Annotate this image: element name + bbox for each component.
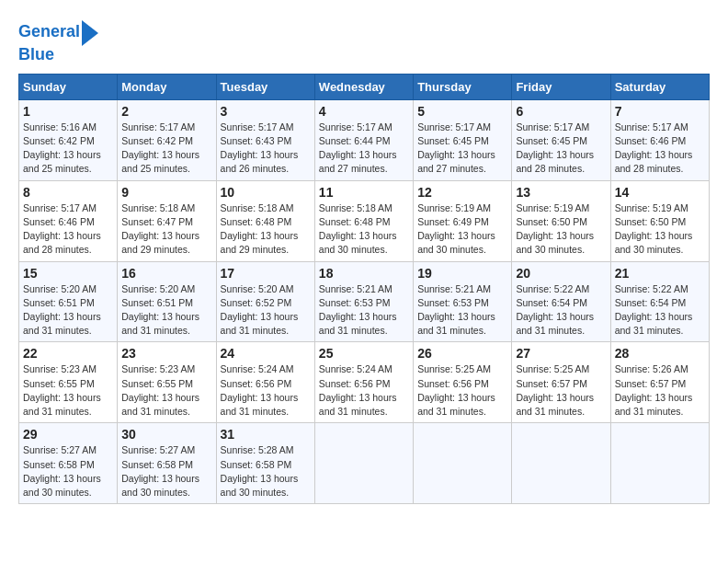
week-row-1: 1Sunrise: 5:16 AM Sunset: 6:42 PM Daylig…	[19, 99, 710, 180]
column-header-tuesday: Tuesday	[216, 74, 314, 99]
day-number: 21	[615, 266, 705, 281]
day-info: Sunrise: 5:27 AM Sunset: 6:58 PM Dayligh…	[23, 443, 113, 500]
day-info: Sunrise: 5:22 AM Sunset: 6:54 PM Dayligh…	[615, 282, 705, 339]
column-header-monday: Monday	[118, 74, 216, 99]
column-header-sunday: Sunday	[19, 74, 118, 99]
logo-arrow-icon	[82, 20, 98, 46]
day-cell	[414, 423, 512, 504]
calendar-header-row: SundayMondayTuesdayWednesdayThursdayFrid…	[19, 74, 710, 99]
day-info: Sunrise: 5:19 AM Sunset: 6:50 PM Dayligh…	[615, 201, 705, 258]
day-cell: 12Sunrise: 5:19 AM Sunset: 6:49 PM Dayli…	[414, 180, 512, 261]
day-cell: 28Sunrise: 5:26 AM Sunset: 6:57 PM Dayli…	[610, 342, 709, 423]
day-number: 1	[23, 104, 113, 119]
day-info: Sunrise: 5:26 AM Sunset: 6:57 PM Dayligh…	[615, 362, 705, 419]
day-info: Sunrise: 5:17 AM Sunset: 6:43 PM Dayligh…	[221, 121, 311, 177]
column-header-thursday: Thursday	[414, 74, 512, 99]
day-cell	[512, 423, 610, 504]
day-number: 31	[221, 427, 311, 442]
week-row-2: 8Sunrise: 5:17 AM Sunset: 6:46 PM Daylig…	[19, 180, 710, 261]
day-info: Sunrise: 5:22 AM Sunset: 6:54 PM Dayligh…	[516, 282, 606, 339]
week-row-3: 15Sunrise: 5:20 AM Sunset: 6:51 PM Dayli…	[19, 261, 710, 342]
day-info: Sunrise: 5:19 AM Sunset: 6:50 PM Dayligh…	[516, 201, 606, 258]
day-cell: 10Sunrise: 5:18 AM Sunset: 6:48 PM Dayli…	[216, 180, 314, 261]
logo-blue-text: Blue	[18, 46, 54, 64]
calendar-table: SundayMondayTuesdayWednesdayThursdayFrid…	[18, 74, 710, 504]
day-cell: 9Sunrise: 5:18 AM Sunset: 6:47 PM Daylig…	[118, 180, 216, 261]
day-cell: 18Sunrise: 5:21 AM Sunset: 6:53 PM Dayli…	[314, 261, 413, 342]
day-number: 22	[23, 346, 113, 361]
day-number: 6	[516, 104, 606, 119]
day-number: 5	[417, 104, 507, 119]
logo: General Blue	[18, 18, 98, 64]
day-number: 8	[23, 185, 113, 200]
day-info: Sunrise: 5:28 AM Sunset: 6:58 PM Dayligh…	[221, 443, 311, 500]
day-number: 2	[121, 104, 211, 119]
day-number: 30	[121, 427, 211, 442]
day-info: Sunrise: 5:24 AM Sunset: 6:56 PM Dayligh…	[319, 362, 409, 419]
day-number: 19	[417, 266, 507, 281]
day-number: 9	[121, 185, 211, 200]
day-number: 14	[615, 185, 705, 200]
column-header-friday: Friday	[512, 74, 610, 99]
day-info: Sunrise: 5:25 AM Sunset: 6:56 PM Dayligh…	[417, 362, 507, 419]
day-number: 29	[23, 427, 113, 442]
day-number: 4	[319, 104, 409, 119]
day-info: Sunrise: 5:17 AM Sunset: 6:46 PM Dayligh…	[23, 201, 113, 258]
day-info: Sunrise: 5:17 AM Sunset: 6:44 PM Dayligh…	[319, 121, 409, 177]
day-number: 20	[516, 266, 606, 281]
day-info: Sunrise: 5:16 AM Sunset: 6:42 PM Dayligh…	[23, 121, 113, 177]
day-info: Sunrise: 5:18 AM Sunset: 6:48 PM Dayligh…	[221, 201, 311, 258]
day-info: Sunrise: 5:20 AM Sunset: 6:51 PM Dayligh…	[121, 282, 211, 339]
page-header: General Blue	[18, 18, 710, 64]
day-cell: 22Sunrise: 5:23 AM Sunset: 6:55 PM Dayli…	[19, 342, 118, 423]
day-cell: 7Sunrise: 5:17 AM Sunset: 6:46 PM Daylig…	[610, 99, 709, 180]
day-info: Sunrise: 5:17 AM Sunset: 6:45 PM Dayligh…	[516, 121, 606, 177]
day-number: 15	[23, 266, 113, 281]
column-header-saturday: Saturday	[610, 74, 709, 99]
day-cell: 3Sunrise: 5:17 AM Sunset: 6:43 PM Daylig…	[216, 99, 314, 180]
day-cell: 4Sunrise: 5:17 AM Sunset: 6:44 PM Daylig…	[314, 99, 413, 180]
day-cell: 14Sunrise: 5:19 AM Sunset: 6:50 PM Dayli…	[610, 180, 709, 261]
day-cell: 8Sunrise: 5:17 AM Sunset: 6:46 PM Daylig…	[19, 180, 118, 261]
day-cell: 26Sunrise: 5:25 AM Sunset: 6:56 PM Dayli…	[414, 342, 512, 423]
day-cell: 21Sunrise: 5:22 AM Sunset: 6:54 PM Dayli…	[610, 261, 709, 342]
day-cell: 25Sunrise: 5:24 AM Sunset: 6:56 PM Dayli…	[314, 342, 413, 423]
day-info: Sunrise: 5:23 AM Sunset: 6:55 PM Dayligh…	[23, 362, 113, 419]
day-cell: 13Sunrise: 5:19 AM Sunset: 6:50 PM Dayli…	[512, 180, 610, 261]
day-info: Sunrise: 5:24 AM Sunset: 6:56 PM Dayligh…	[221, 362, 311, 419]
day-cell: 31Sunrise: 5:28 AM Sunset: 6:58 PM Dayli…	[216, 423, 314, 504]
day-cell: 27Sunrise: 5:25 AM Sunset: 6:57 PM Dayli…	[512, 342, 610, 423]
day-info: Sunrise: 5:19 AM Sunset: 6:49 PM Dayligh…	[417, 201, 507, 258]
day-number: 27	[516, 346, 606, 361]
day-cell: 15Sunrise: 5:20 AM Sunset: 6:51 PM Dayli…	[19, 261, 118, 342]
day-cell: 30Sunrise: 5:27 AM Sunset: 6:58 PM Dayli…	[118, 423, 216, 504]
day-cell: 6Sunrise: 5:17 AM Sunset: 6:45 PM Daylig…	[512, 99, 610, 180]
logo-text: General	[18, 23, 80, 41]
day-cell	[314, 423, 413, 504]
day-info: Sunrise: 5:20 AM Sunset: 6:52 PM Dayligh…	[221, 282, 311, 339]
week-row-4: 22Sunrise: 5:23 AM Sunset: 6:55 PM Dayli…	[19, 342, 710, 423]
day-number: 23	[121, 346, 211, 361]
day-cell: 19Sunrise: 5:21 AM Sunset: 6:53 PM Dayli…	[414, 261, 512, 342]
day-number: 10	[221, 185, 311, 200]
day-cell: 29Sunrise: 5:27 AM Sunset: 6:58 PM Dayli…	[19, 423, 118, 504]
day-info: Sunrise: 5:23 AM Sunset: 6:55 PM Dayligh…	[121, 362, 211, 419]
day-number: 12	[417, 185, 507, 200]
day-info: Sunrise: 5:17 AM Sunset: 6:46 PM Dayligh…	[615, 121, 705, 177]
day-info: Sunrise: 5:18 AM Sunset: 6:47 PM Dayligh…	[121, 201, 211, 258]
day-number: 28	[615, 346, 705, 361]
day-cell: 2Sunrise: 5:17 AM Sunset: 6:42 PM Daylig…	[118, 99, 216, 180]
day-info: Sunrise: 5:25 AM Sunset: 6:57 PM Dayligh…	[516, 362, 606, 419]
day-info: Sunrise: 5:27 AM Sunset: 6:58 PM Dayligh…	[121, 443, 211, 500]
day-info: Sunrise: 5:21 AM Sunset: 6:53 PM Dayligh…	[319, 282, 409, 339]
day-number: 18	[319, 266, 409, 281]
day-cell: 11Sunrise: 5:18 AM Sunset: 6:48 PM Dayli…	[314, 180, 413, 261]
day-cell: 20Sunrise: 5:22 AM Sunset: 6:54 PM Dayli…	[512, 261, 610, 342]
day-info: Sunrise: 5:18 AM Sunset: 6:48 PM Dayligh…	[319, 201, 409, 258]
day-cell	[610, 423, 709, 504]
day-number: 26	[417, 346, 507, 361]
column-header-wednesday: Wednesday	[314, 74, 413, 99]
day-number: 7	[615, 104, 705, 119]
day-number: 17	[221, 266, 311, 281]
day-number: 13	[516, 185, 606, 200]
